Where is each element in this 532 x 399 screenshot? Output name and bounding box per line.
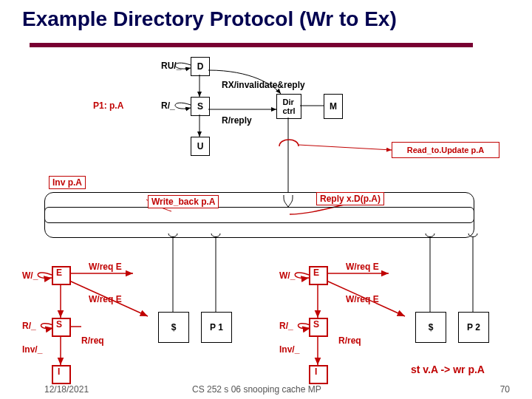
sm-right-S-txt: S xyxy=(313,319,319,330)
footer-date: 12/18/2021 xyxy=(44,384,89,395)
sm-left-W: W/_ xyxy=(22,270,38,281)
msg-inv-pa: Inv p.A xyxy=(49,176,86,189)
sm-left-E-txt: E xyxy=(56,267,62,278)
footer-course: CS 252 s 06 snooping cache MP xyxy=(192,384,321,395)
sm-left-Inv: Inv/_ xyxy=(22,344,42,355)
footer-page: 70 xyxy=(500,384,510,395)
msg-reply-d: Reply x.D(p.A) xyxy=(316,192,384,205)
svg-line-5 xyxy=(299,145,392,150)
sm-left-Rreq: R/req xyxy=(81,335,104,346)
sm-left-WreqE-diag: W/req E xyxy=(89,294,122,304)
cache-left: $ xyxy=(158,312,189,343)
action-label: st v.A -> wr p.A xyxy=(411,364,485,375)
sm-right-Rreq: R/req xyxy=(338,335,361,346)
proc-P1: P 1 xyxy=(201,312,232,343)
sm-left-R: R/_ xyxy=(22,321,36,331)
cache-right: $ xyxy=(415,312,446,343)
msg-writeback: Write_back p.A xyxy=(148,195,219,208)
sm-left-I xyxy=(52,365,71,384)
proc-P2: P 2 xyxy=(458,312,489,343)
sm-left-S-txt: S xyxy=(56,319,62,330)
sm-right-R: R/_ xyxy=(279,321,293,331)
sm-right-WreqE-diag: W/req E xyxy=(346,294,379,304)
sm-right-WreqE-top: W/req E xyxy=(346,262,379,272)
sm-right-I xyxy=(309,365,328,384)
sm-left-I-txt: I xyxy=(58,366,60,377)
sm-left-WreqE-top: W/req E xyxy=(89,262,122,272)
sm-right-E-txt: E xyxy=(313,267,319,278)
sm-right-Inv: Inv/_ xyxy=(279,344,299,355)
interconnect-inner xyxy=(44,207,474,223)
sm-right-W: W/_ xyxy=(279,270,295,281)
sm-right-I-txt: I xyxy=(315,366,317,377)
